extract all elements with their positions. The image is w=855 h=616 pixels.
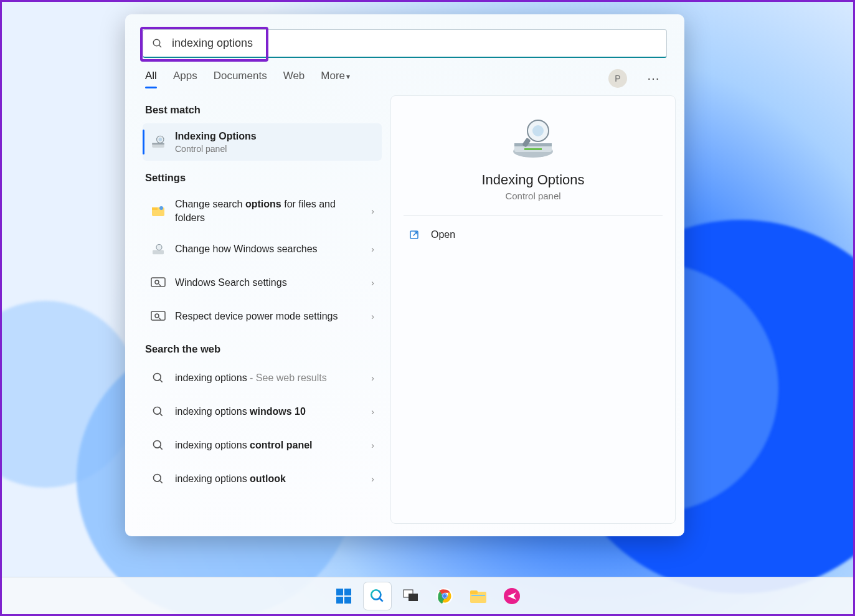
results-column: Best match Indexing Options Control pane… xyxy=(134,95,382,524)
task-view-button[interactable] xyxy=(397,582,425,610)
svg-point-8 xyxy=(159,206,163,210)
svg-point-44 xyxy=(443,594,446,598)
svg-rect-7 xyxy=(152,207,158,210)
taskbar xyxy=(2,577,853,614)
detail-pane: Indexing Options Control panel Open xyxy=(390,95,676,524)
indexing-options-icon xyxy=(150,134,166,150)
section-settings: Settings xyxy=(145,172,379,184)
taskbar-explorer-icon[interactable] xyxy=(465,582,492,610)
settings-result[interactable]: Respect device power mode settings › xyxy=(143,301,382,332)
web-result[interactable]: indexing options control panel › xyxy=(143,430,382,461)
svg-rect-28 xyxy=(524,148,542,150)
result-label: Windows Search settings xyxy=(175,276,362,290)
section-web: Search the web xyxy=(145,343,379,355)
result-label: indexing options outlook xyxy=(175,472,362,486)
section-best-match: Best match xyxy=(145,104,379,116)
search-input-value[interactable]: indexing options xyxy=(172,37,658,50)
svg-point-12 xyxy=(155,280,159,284)
chevron-right-icon: › xyxy=(371,311,374,321)
svg-rect-33 xyxy=(336,589,343,595)
start-button[interactable] xyxy=(330,582,357,610)
taskbar-search-button[interactable] xyxy=(364,582,391,610)
tab-more[interactable]: More▾ xyxy=(321,70,350,87)
svg-rect-47 xyxy=(471,595,485,596)
search-icon xyxy=(150,471,166,487)
svg-point-30 xyxy=(532,125,544,136)
search-box[interactable]: indexing options xyxy=(143,29,667,58)
tab-web[interactable]: Web xyxy=(283,70,305,87)
chevron-right-icon: › xyxy=(371,373,374,383)
more-options-button[interactable]: ⋯ xyxy=(643,71,664,86)
tab-apps[interactable]: Apps xyxy=(173,70,197,87)
svg-point-37 xyxy=(371,590,380,599)
power-search-icon xyxy=(150,308,166,325)
taskbar-app-icon[interactable] xyxy=(498,582,526,610)
detail-subtitle: Control panel xyxy=(505,191,560,201)
svg-rect-40 xyxy=(409,594,418,601)
result-label: Change how Windows searches xyxy=(175,242,362,256)
indexing-options-large-icon xyxy=(508,117,558,161)
best-match-result[interactable]: Indexing Options Control panel xyxy=(143,123,382,161)
svg-rect-11 xyxy=(151,278,165,287)
result-label: indexing options windows 10 xyxy=(175,405,362,419)
web-result[interactable]: indexing options windows 10 › xyxy=(143,396,382,427)
result-label: Change search options for files and fold… xyxy=(175,197,362,224)
windows-search-icon xyxy=(150,275,166,291)
svg-point-0 xyxy=(153,39,160,46)
chevron-right-icon: › xyxy=(371,244,374,254)
svg-line-18 xyxy=(160,379,163,382)
user-avatar[interactable]: P xyxy=(608,69,627,88)
svg-line-1 xyxy=(159,45,161,47)
chevron-right-icon: › xyxy=(371,440,374,450)
search-settings-icon xyxy=(150,241,166,257)
chevron-right-icon: › xyxy=(371,206,374,216)
tab-all[interactable]: All xyxy=(145,70,157,87)
svg-rect-3 xyxy=(152,143,164,145)
tab-documents[interactable]: Documents xyxy=(214,70,267,87)
svg-point-5 xyxy=(158,138,162,141)
open-label: Open xyxy=(431,229,455,240)
svg-rect-9 xyxy=(153,250,164,254)
folder-options-icon xyxy=(150,203,166,219)
open-external-icon xyxy=(409,229,420,240)
svg-rect-46 xyxy=(470,590,478,594)
svg-line-24 xyxy=(160,480,163,483)
svg-point-21 xyxy=(154,440,161,448)
search-icon xyxy=(150,437,166,453)
svg-point-19 xyxy=(154,407,161,414)
svg-rect-35 xyxy=(336,597,343,604)
search-icon xyxy=(152,38,163,49)
chevron-right-icon: › xyxy=(371,278,374,288)
web-result[interactable]: indexing options - See web results › xyxy=(143,362,382,394)
open-action[interactable]: Open xyxy=(404,222,663,248)
svg-rect-27 xyxy=(514,143,552,146)
svg-rect-14 xyxy=(151,311,165,320)
result-label: Respect device power mode settings xyxy=(175,310,362,323)
search-filter-tabs: All Apps Documents Web More▾ P ⋯ xyxy=(143,58,667,88)
svg-line-22 xyxy=(160,447,163,449)
search-icon xyxy=(150,370,166,386)
settings-result[interactable]: Windows Search settings › xyxy=(143,267,382,298)
result-label: indexing options - See web results xyxy=(175,371,362,385)
svg-line-20 xyxy=(160,413,163,415)
svg-line-16 xyxy=(159,318,161,320)
taskbar-chrome-icon[interactable] xyxy=(431,582,458,610)
svg-point-15 xyxy=(155,314,159,318)
result-label: indexing options control panel xyxy=(175,438,362,452)
search-icon xyxy=(150,404,166,420)
chevron-right-icon: › xyxy=(371,474,374,484)
svg-rect-36 xyxy=(344,597,351,604)
svg-rect-34 xyxy=(344,589,351,595)
settings-result[interactable]: Change search options for files and fold… xyxy=(143,191,382,230)
settings-result[interactable]: Change how Windows searches › xyxy=(143,234,382,265)
best-match-subtitle: Control panel xyxy=(175,143,374,155)
web-result[interactable]: indexing options outlook › xyxy=(143,463,382,495)
chevron-right-icon: › xyxy=(371,407,374,417)
chevron-down-icon: ▾ xyxy=(346,72,350,81)
svg-point-23 xyxy=(154,474,161,481)
detail-title: Indexing Options xyxy=(481,172,584,188)
start-search-panel: indexing options All Apps Documents Web … xyxy=(125,14,684,536)
svg-line-38 xyxy=(379,598,382,601)
svg-line-13 xyxy=(159,284,161,286)
svg-point-17 xyxy=(154,373,161,381)
